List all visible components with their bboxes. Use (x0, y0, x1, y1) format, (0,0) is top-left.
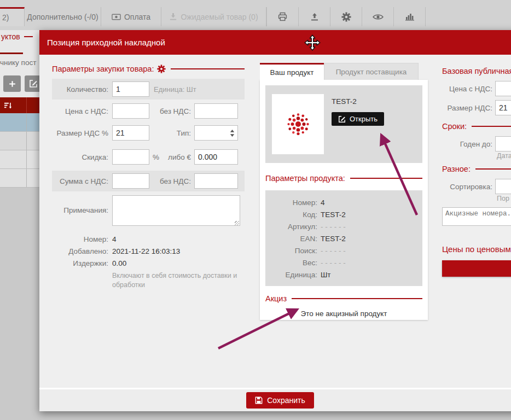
number-row: Номер: 4 (52, 235, 245, 243)
edit-icon (338, 115, 346, 123)
resize-handle-icon[interactable] (235, 221, 239, 225)
gear-icon[interactable] (157, 65, 166, 73)
product-image[interactable] (272, 94, 324, 154)
public-price-vat-input[interactable] (495, 81, 511, 96)
settings-button[interactable] (330, 7, 362, 26)
eye-icon (373, 14, 384, 20)
product-summary-panel: TEST-2 Открыть (265, 85, 422, 163)
public-price-section: Базовая публичная Цена с НДС: Размер НДС… (442, 67, 511, 278)
price-groups-heading: Цены по ценовым (442, 244, 511, 254)
valid-until-hint: Дата до (497, 152, 511, 160)
base-price-heading: Базовая публичная (442, 67, 511, 75)
section-line (292, 298, 422, 299)
valid-until-input[interactable] (495, 136, 511, 151)
add-button[interactable] (3, 75, 21, 92)
price-groups-button[interactable] (442, 260, 511, 277)
save-icon (255, 396, 263, 404)
preview-button[interactable] (362, 7, 394, 26)
added-row: Добавлено: 2021-11-22 16:03:13 (52, 247, 245, 255)
quantity-input[interactable] (112, 81, 149, 97)
tab-payment[interactable]: Оплата (101, 7, 161, 26)
notes-textarea[interactable] (112, 195, 240, 226)
sorting-hint: Пор (497, 195, 511, 202)
chevron-updown-icon (230, 130, 235, 137)
section-line (475, 168, 511, 170)
costs-label: Издержки: (52, 259, 112, 267)
modal-header[interactable]: Позиция приходной накладной (39, 30, 511, 55)
public-vat-size-input[interactable] (495, 100, 511, 115)
upload-button[interactable] (299, 7, 330, 26)
excise-heading: Акциз (265, 294, 422, 303)
top-tab-bar: 2) Дополнительно (-/0) Оплата Ожидаемый … (0, 0, 511, 30)
param-row: Единица:Шт (265, 269, 422, 281)
toolbar (266, 7, 426, 26)
tab-active-partial[interactable]: 2) (0, 7, 25, 26)
sorting-row: Сортировка: (442, 179, 511, 194)
costs-row: Издержки: 0.00 (52, 259, 245, 267)
unit-hint: Единица: Шт (154, 85, 196, 94)
excise-numbers-textarea[interactable] (442, 207, 511, 226)
section-line (171, 68, 245, 69)
save-button-label: Сохранить (267, 396, 305, 405)
costs-value: 0.00 (112, 259, 126, 267)
price-without-vat-input[interactable] (194, 103, 238, 119)
open-product-button[interactable]: Открыть (332, 112, 384, 126)
discount-row: Скидка: % либо € (52, 147, 245, 167)
quantity-label: Количество: (52, 85, 112, 94)
without-vat-label: без НДС: (149, 107, 194, 115)
print-button[interactable] (267, 7, 299, 26)
save-button[interactable]: Сохранить (246, 392, 314, 409)
background-red-line (0, 52, 23, 54)
background-heading-fragment: уктов (1, 32, 33, 41)
tab-active-partial-label: 2) (2, 13, 9, 22)
stats-button[interactable] (394, 7, 426, 26)
page: 2) Дополнительно (-/0) Оплата Ожидаемый … (0, 0, 511, 420)
vat-size-input[interactable] (112, 125, 149, 141)
dots-logo-icon (286, 112, 311, 137)
table-row (0, 132, 39, 150)
param-row: EAN:TEST-2 (265, 233, 422, 245)
costs-hint: Включают в себя стоимость доставки и обр… (112, 271, 242, 290)
tab-supplier-product[interactable]: Продукт поставщика (324, 63, 419, 80)
discount-label: Скидка: (52, 153, 112, 161)
price-vat-input[interactable] (112, 103, 149, 119)
param-row: Код:TEST-2 (265, 209, 422, 221)
misc-heading: Разное: (442, 165, 511, 173)
public-price-vat-label: Цена с НДС: (442, 85, 495, 93)
tab-additional[interactable]: Дополнительно (-/0) (25, 7, 101, 26)
price-row: Цена с НДС: без НДС: (52, 101, 245, 121)
product-params-heading: Параметры продукта: (265, 174, 422, 183)
tab-expected-goods: Ожидаемый товар (0) (161, 7, 266, 26)
type-select[interactable] (194, 125, 238, 141)
background-panel: уктов чнику пост (0, 30, 39, 187)
bar-chart-icon (405, 13, 415, 21)
public-vat-size-label: Размер НДС: (442, 104, 495, 112)
open-product-label: Открыть (350, 115, 378, 123)
param-row: Вес:- - - - - - (265, 257, 422, 269)
purchase-params-section: Параметры закупки товара: Количество: Ед… (52, 65, 245, 290)
background-subtitle-fragment: чнику пост (0, 59, 36, 67)
section-line (350, 178, 422, 179)
added-label: Добавлено: (52, 247, 112, 255)
public-vat-size-row: Размер НДС: (442, 100, 511, 115)
discount-percent-input[interactable] (112, 149, 149, 165)
type-label: Тип: (149, 129, 194, 137)
payment-icon (112, 14, 121, 20)
modal-title: Позиция приходной накладной (47, 38, 165, 47)
sorting-input[interactable] (495, 179, 511, 194)
sum-vat-input[interactable] (112, 173, 149, 189)
tab-additional-label: Дополнительно (-/0) (27, 13, 98, 21)
gear-icon (341, 12, 351, 22)
tab-your-product[interactable]: Ваш продукт (260, 63, 324, 80)
product-card-body: TEST-2 Открыть Параметры продукта: (260, 80, 428, 320)
added-value: 2021-11-22 16:03:13 (112, 247, 180, 255)
price-vat-label: Цена с НДС: (52, 107, 112, 115)
purchase-params-heading: Параметры закупки товара: (52, 65, 245, 73)
table-row (0, 169, 39, 188)
sum-without-vat-input[interactable] (194, 173, 238, 189)
vat-size-label: Размер НДС % (52, 129, 112, 137)
discount-eur-input[interactable] (194, 149, 238, 165)
download-icon (169, 13, 177, 21)
number-label: Номер: (52, 235, 112, 243)
vat-size-row: Размер НДС % Тип: (52, 122, 245, 143)
